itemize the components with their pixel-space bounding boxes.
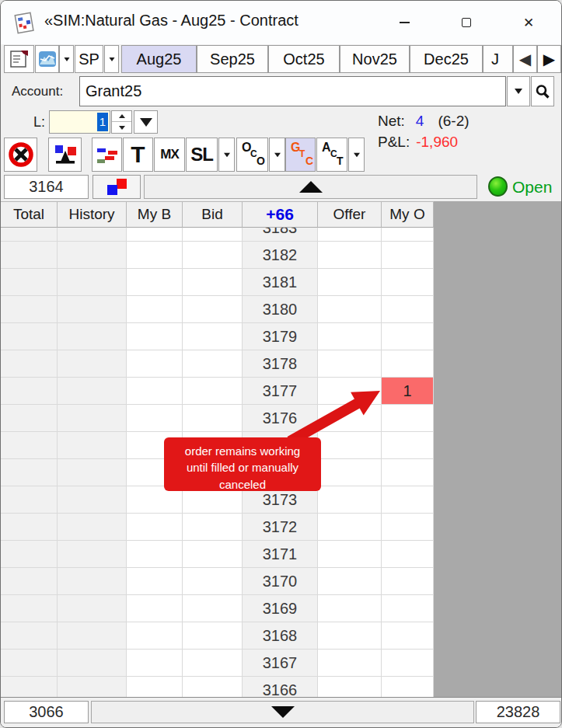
offer-cell[interactable] [318,459,382,486]
header-net-change[interactable]: +66 [243,201,318,228]
offer-cell[interactable] [318,568,382,595]
offer-cell[interactable] [318,486,382,514]
trailing-button[interactable]: T [123,138,153,172]
offer-cell[interactable] [318,269,382,296]
tab-sep25[interactable]: Sep25 [197,45,268,73]
chart-dropdown-button[interactable] [59,45,74,73]
flatten-position-button[interactable] [48,138,82,172]
offer-cell[interactable] [318,228,382,242]
oco-dropdown-button[interactable] [269,138,285,172]
bid-cell[interactable] [183,323,243,350]
myo-cell[interactable] [382,459,434,486]
stop-limit-button[interactable]: SL [186,138,218,172]
myo-cell[interactable] [382,541,434,568]
properties-button[interactable] [4,45,34,73]
myb-cell[interactable] [127,514,183,541]
bid-cell[interactable] [183,650,243,677]
offer-cell[interactable] [318,595,382,622]
bid-cell[interactable] [183,269,243,296]
bid-cell[interactable] [183,622,243,650]
myb-cell[interactable] [127,622,183,650]
scroll-up-button[interactable] [144,175,477,199]
myb-cell[interactable] [127,677,183,698]
mx-button[interactable]: MX [154,138,185,172]
size-stepper[interactable] [111,110,132,134]
myo-cell[interactable] [382,228,434,242]
myb-cell[interactable] [127,242,183,269]
offer-cell[interactable] [318,677,382,698]
close-button[interactable]: ✕ [511,9,546,37]
tab-aug25[interactable]: Aug25 [121,45,197,73]
bid-cell[interactable] [183,514,243,541]
offer-cell[interactable] [318,323,382,350]
account-dropdown-button[interactable] [507,76,530,106]
maximize-button[interactable] [449,9,484,37]
myb-cell[interactable] [127,541,183,568]
cancel-all-button[interactable] [4,138,37,172]
bid-cell[interactable] [183,228,243,242]
myo-cell[interactable] [382,622,434,650]
myo-cell[interactable] [382,486,434,514]
myb-cell[interactable] [127,568,183,595]
stepper-down-button[interactable] [112,122,131,133]
header-my-b[interactable]: My B [127,201,183,228]
act-button[interactable]: A C T [316,138,347,172]
bid-cell[interactable] [183,350,243,378]
account-input[interactable] [79,76,506,106]
tab-nov25[interactable]: Nov25 [340,45,410,73]
sp-button[interactable]: SP [75,45,103,73]
myo-cell[interactable] [382,650,434,677]
myb-cell[interactable] [127,378,183,405]
act-dropdown-button[interactable] [348,138,365,172]
myb-cell[interactable] [127,650,183,677]
bid-cell[interactable] [183,595,243,622]
depth-button[interactable] [92,138,122,172]
offer-cell[interactable] [318,541,382,568]
bid-cell[interactable] [183,541,243,568]
myb-cell[interactable] [127,228,183,242]
minimize-button[interactable] [386,9,422,37]
tab-jan26-clipped[interactable]: J [483,45,513,73]
tab-dec25[interactable]: Dec25 [410,45,483,73]
bid-cell[interactable] [183,378,243,405]
myb-cell[interactable] [127,323,183,350]
bid-cell[interactable] [183,405,243,432]
offer-cell[interactable] [318,296,382,323]
position-marker-button[interactable] [93,175,141,199]
myb-cell[interactable] [127,595,183,622]
offer-cell[interactable] [318,242,382,269]
size-input[interactable]: 1 [49,110,110,134]
oco-button[interactable]: O C O [236,138,268,172]
sp-dropdown-button[interactable] [104,45,119,73]
header-my-o[interactable]: My O [382,201,434,228]
myo-cell[interactable] [382,296,434,323]
header-bid[interactable]: Bid [183,201,243,228]
header-history[interactable]: History [58,201,127,228]
account-search-button[interactable] [531,76,554,106]
myo-cell[interactable] [382,514,434,541]
tab-scroll-left-button[interactable]: ◀ [513,45,537,73]
tab-oct25[interactable]: Oct25 [268,45,340,73]
offer-cell[interactable] [318,622,382,650]
myb-cell[interactable] [127,350,183,378]
bid-cell[interactable] [183,568,243,595]
gtc-button[interactable]: G T C [285,138,316,172]
chart-button[interactable] [35,45,59,73]
tab-scroll-right-button[interactable]: ▶ [537,45,561,73]
myo-cell[interactable] [382,269,434,296]
myb-cell[interactable] [127,296,183,323]
bid-cell[interactable] [183,242,243,269]
myo-cell[interactable] [382,595,434,622]
offer-cell[interactable] [318,514,382,541]
header-offer[interactable]: Offer [318,201,382,228]
myo-cell[interactable] [382,323,434,350]
myo-cell[interactable] [382,677,434,698]
header-total[interactable]: Total [1,201,58,228]
myo-cell[interactable] [382,242,434,269]
myb-cell[interactable] [127,269,183,296]
stop-limit-dropdown-button[interactable] [218,138,235,172]
bid-cell[interactable] [183,296,243,323]
myo-cell[interactable] [382,568,434,595]
scroll-down-button[interactable] [91,701,474,723]
bid-cell[interactable] [183,677,243,698]
